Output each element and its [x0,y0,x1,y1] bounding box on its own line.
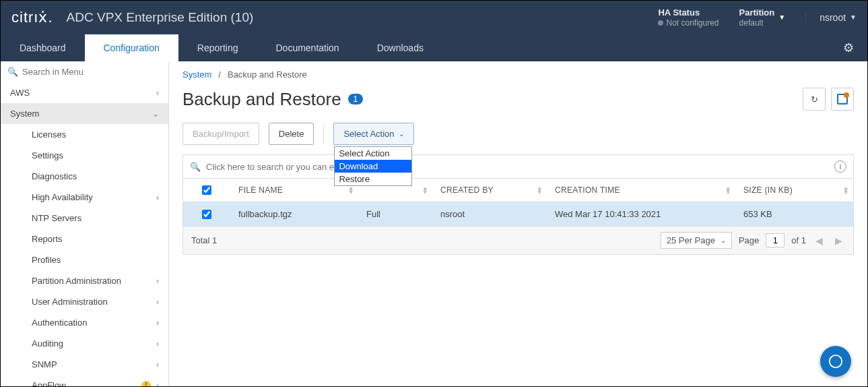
chevron-down-icon: ⌄ [152,109,159,119]
main-nav: Dashboard Configuration Reporting Docume… [1,34,867,61]
chevron-right-icon: › [156,193,159,202]
dropdown-menu: Select Action Download Restore [334,146,412,186]
breadcrumb-root[interactable]: System [182,69,211,80]
table-header: FILE NAME▲▼ LEVEL▲▼ CREATED BY▲▼ CREATIO… [183,179,853,202]
partition-label: Partition [739,7,775,18]
row-checkbox-cell[interactable] [183,202,230,226]
count-badge: 1 [348,94,364,105]
sidebar-item-reports[interactable]: Reports [1,229,168,249]
save-config-button[interactable] [831,88,854,111]
dropdown-opt-restore[interactable]: Restore [335,173,411,185]
sidebar-item-settings[interactable]: Settings [1,145,168,166]
brand-logo: citrıẋ. [11,9,53,26]
select-all-checkbox[interactable] [202,185,211,195]
main-content: System / Backup and Restore Backup and R… [169,61,867,386]
per-page-selector[interactable]: 25 Per Page ⌄ [661,232,732,249]
sidebar-item-diagnostics[interactable]: Diagnostics [1,166,168,187]
sidebar-item-user-admin[interactable]: User Administration› [1,291,168,312]
sidebar-item-high-availability[interactable]: High Availability› [1,187,168,208]
cell-createdby: nsroot [432,202,547,226]
user-name: nsroot [820,12,846,23]
ha-status: HA Status Not configured [658,7,719,28]
sidebar: 🔍 AWS› System⌄ Licenses Settings Diagnos… [1,61,169,386]
of-label: of 1 [791,235,806,245]
sidebar-item-authentication[interactable]: Authentication› [1,312,168,333]
chevron-right-icon: › [156,360,159,369]
cell-filename: fullbackup.tgz [230,202,358,226]
chevron-down-icon: ⌄ [721,237,726,244]
help-fab[interactable] [820,346,851,377]
prev-page-button[interactable]: ◀ [813,235,826,246]
refresh-icon: ↻ [811,94,818,105]
dropdown-opt-select-action[interactable]: Select Action [335,147,411,160]
partition-selector[interactable]: Partition default ▼ [739,7,786,28]
top-header: citrıẋ. ADC VPX Enterprise Edition (10) … [1,1,867,34]
tab-reporting[interactable]: Reporting [178,34,257,61]
save-icon [837,94,848,105]
sidebar-item-aws[interactable]: AWS› [1,82,168,103]
user-menu[interactable]: nsroot ▼ [805,12,857,23]
warning-icon: ! [141,381,151,387]
page-number-input[interactable] [766,233,784,247]
chevron-right-icon: › [156,276,159,286]
chevron-right-icon: › [156,88,159,98]
cell-size: 653 KB [735,202,853,226]
th-createdby[interactable]: CREATED BY▲▼ [432,179,547,202]
sidebar-item-ntp-servers[interactable]: NTP Servers [1,208,168,229]
sidebar-item-system[interactable]: System⌄ [1,103,168,124]
delete-button[interactable]: Delete [269,123,314,145]
svg-point-0 [830,355,842,367]
sort-icon: ▲▼ [537,186,543,195]
page-label: Page [739,235,759,245]
sidebar-item-appflow[interactable]: AppFlow!› [1,375,168,386]
sidebar-item-snmp[interactable]: SNMP› [1,354,168,375]
gear-icon[interactable]: ⚙ [843,40,854,55]
ha-status-label: HA Status [658,7,719,18]
sort-icon: ▲▼ [725,186,731,195]
chevron-right-icon: › [156,339,159,349]
info-icon[interactable]: i [834,160,846,173]
ha-status-value: Not configured [658,18,719,28]
sidebar-item-licenses[interactable]: Licenses [1,124,168,145]
dropdown-opt-download[interactable]: Download [335,160,411,173]
sidebar-search-input[interactable] [22,67,162,77]
product-title: ADC VPX Enterprise Edition (10) [67,10,254,25]
next-page-button[interactable]: ▶ [832,235,845,246]
status-dot-icon [658,20,663,26]
partition-value: default [739,18,775,28]
sidebar-search[interactable]: 🔍 [1,61,168,82]
select-action-dropdown[interactable]: Select Action ⌄ Select Action Download R… [333,123,413,145]
th-checkbox[interactable] [183,179,230,202]
sidebar-item-profiles[interactable]: Profiles [1,249,168,270]
tab-downloads[interactable]: Downloads [358,34,442,61]
sort-icon: ▲▼ [843,186,849,195]
th-size[interactable]: SIZE (IN KB)▲▼ [735,179,853,202]
total-label: Total 1 [191,235,217,245]
search-icon: 🔍 [7,67,18,77]
chevron-right-icon: › [156,381,159,387]
table-row[interactable]: fullbackup.tgz Full nsroot Wed Mar 17 10… [183,202,853,226]
tab-configuration[interactable]: Configuration [85,34,178,61]
sort-icon: ▲▼ [348,186,354,195]
table-search-input[interactable] [206,162,829,172]
breadcrumb-current: Backup and Restore [228,69,307,80]
sidebar-item-auditing[interactable]: Auditing› [1,333,168,354]
chevron-right-icon: › [156,297,159,307]
breadcrumb: System / Backup and Restore [182,69,854,80]
th-creationtime[interactable]: CREATION TIME▲▼ [547,179,735,202]
backups-table: FILE NAME▲▼ LEVEL▲▼ CREATED BY▲▼ CREATIO… [182,178,854,255]
compass-icon [828,354,843,369]
refresh-button[interactable]: ↻ [803,88,826,111]
tab-dashboard[interactable]: Dashboard [1,34,85,61]
tab-documentation[interactable]: Documentation [257,34,358,61]
chevron-right-icon: › [156,318,159,328]
backup-import-button[interactable]: Backup/Import [182,123,259,145]
table-search-row[interactable]: 🔍 i [182,154,854,178]
sidebar-item-partition-admin[interactable]: Partition Administration› [1,270,168,291]
sort-icon: ▲▼ [422,186,428,195]
chevron-down-icon: ▼ [778,13,785,22]
chevron-down-icon: ⌄ [399,130,404,138]
page-title: Backup and Restore [182,89,341,110]
toolbar: Backup/Import Delete Select Action ⌄ Sel… [182,123,854,145]
row-checkbox[interactable] [202,210,211,219]
